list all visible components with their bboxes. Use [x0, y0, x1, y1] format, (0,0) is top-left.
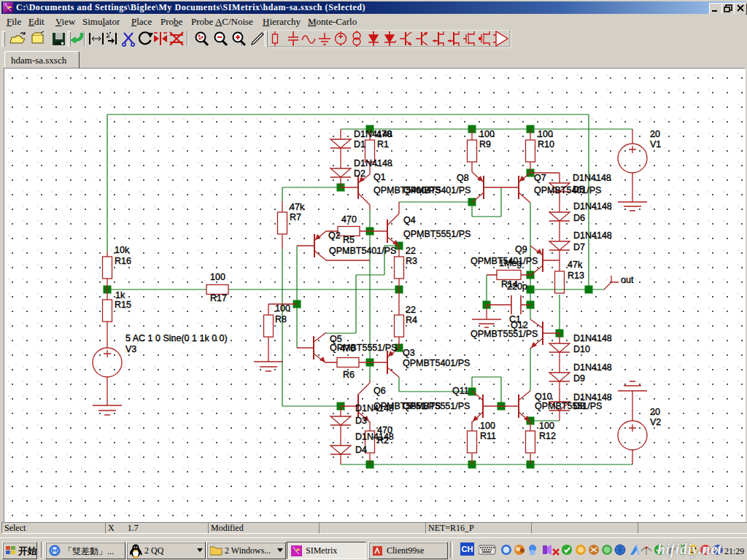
svg-text:22: 22: [406, 305, 416, 315]
svg-text:Q7: Q7: [534, 173, 546, 183]
svg-text:QPMBT5551/PS: QPMBT5551/PS: [535, 401, 602, 411]
svg-text:D6: D6: [573, 213, 585, 223]
svg-text:QPMBT5401/PS: QPMBT5401/PS: [403, 358, 470, 368]
svg-text:D10: D10: [573, 344, 590, 354]
svg-text:D7: D7: [573, 242, 585, 252]
svg-text:R4: R4: [406, 315, 417, 325]
svg-text:R9: R9: [479, 139, 491, 149]
svg-text:470: 470: [377, 425, 392, 435]
svg-text:R12: R12: [539, 431, 556, 441]
svg-text:D1N4148: D1N4148: [355, 403, 394, 413]
svg-text:22: 22: [406, 246, 416, 256]
svg-text:220p: 220p: [507, 281, 527, 292]
svg-text:Q11: Q11: [452, 386, 469, 396]
svg-text:47k: 47k: [290, 202, 305, 212]
svg-text:R15: R15: [115, 300, 131, 310]
svg-text:470: 470: [376, 129, 392, 139]
svg-text:D1N4148: D1N4148: [573, 362, 612, 373]
svg-text:D1N4148: D1N4148: [573, 201, 612, 211]
svg-text:D8: D8: [573, 401, 585, 411]
svg-text:QPMBT5401/PS: QPMBT5401/PS: [329, 246, 396, 256]
svg-text:R1: R1: [377, 139, 389, 149]
svg-text:20: 20: [650, 407, 660, 417]
svg-text:R6: R6: [343, 370, 355, 380]
svg-text:R7: R7: [290, 212, 301, 222]
svg-text:Q1: Q1: [374, 172, 386, 182]
svg-text:Q8: Q8: [457, 173, 469, 183]
svg-text:R16: R16: [115, 256, 131, 266]
svg-text:Q2: Q2: [328, 230, 341, 241]
svg-text:100: 100: [210, 272, 225, 282]
svg-text:D4: D4: [355, 445, 367, 455]
svg-text:QPMBT5551/PS: QPMBT5551/PS: [403, 229, 471, 239]
svg-text:100: 100: [539, 421, 554, 431]
svg-text:100: 100: [275, 303, 290, 314]
svg-text:100: 100: [480, 421, 495, 431]
svg-text:100: 100: [538, 129, 553, 139]
svg-text:R17: R17: [210, 293, 227, 303]
svg-text:5 AC 1 0 Sine(0 1 1k 0 0): 5 AC 1 0 Sine(0 1 1k 0 0): [125, 333, 228, 343]
svg-text:47k: 47k: [568, 260, 583, 270]
svg-text:D1N4148: D1N4148: [573, 333, 612, 343]
svg-text:V1: V1: [650, 139, 661, 149]
svg-text:D5: D5: [573, 184, 584, 195]
svg-text:D1N4148: D1N4148: [573, 230, 612, 241]
svg-text:D1N4148: D1N4148: [573, 173, 611, 183]
svg-text:Q9: Q9: [515, 244, 527, 254]
svg-text:470: 470: [341, 214, 357, 225]
svg-text:R2: R2: [377, 435, 389, 446]
svg-text:10k: 10k: [115, 245, 130, 255]
svg-text:R8: R8: [275, 314, 287, 324]
svg-text:R11: R11: [480, 431, 496, 441]
svg-text:QPMBT5551/PS: QPMBT5551/PS: [403, 401, 470, 411]
svg-text:V3: V3: [125, 344, 136, 354]
svg-text:Q4: Q4: [403, 215, 416, 225]
svg-text:QPMBT5551/PS: QPMBT5551/PS: [471, 329, 538, 339]
svg-text:R5: R5: [343, 235, 355, 245]
svg-text:R3: R3: [406, 256, 417, 266]
svg-text:Q10: Q10: [535, 392, 552, 402]
svg-text:QPMBT5401/PS: QPMBT5401/PS: [403, 185, 471, 195]
svg-text:1Meg: 1Meg: [499, 258, 522, 268]
svg-text:V2: V2: [650, 417, 661, 427]
svg-text:D1N4148: D1N4148: [354, 158, 392, 168]
svg-text:R13: R13: [568, 271, 584, 281]
svg-text:QPMBT5401/PS: QPMBT5401/PS: [534, 185, 601, 195]
svg-text:D1: D1: [354, 139, 365, 149]
svg-text:D2: D2: [354, 168, 365, 179]
svg-text:1k: 1k: [115, 290, 125, 300]
svg-text:R10: R10: [538, 139, 554, 149]
svg-text:100: 100: [479, 129, 495, 139]
svg-text:out: out: [621, 275, 634, 285]
svg-text:Q6: Q6: [374, 386, 386, 396]
svg-text:470: 470: [340, 343, 355, 354]
svg-text:D9: D9: [573, 373, 585, 384]
svg-text:D3: D3: [355, 416, 367, 426]
svg-text:Q3: Q3: [403, 348, 415, 358]
svg-text:20: 20: [650, 129, 660, 139]
